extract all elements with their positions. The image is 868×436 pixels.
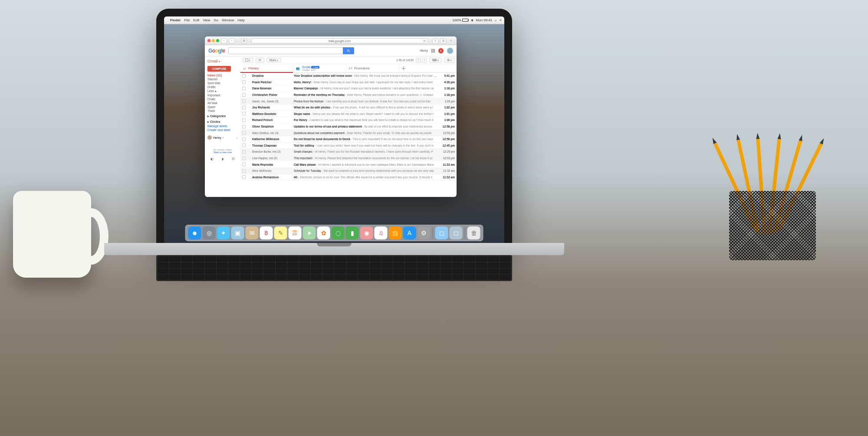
sidebar-item[interactable]: Sent Mail xyxy=(207,81,239,85)
hangouts-contacts-icon[interactable]: ◐ xyxy=(210,157,214,161)
refresh-button[interactable]: ⟳ xyxy=(256,58,264,63)
sidebar-item[interactable]: ▸ Categories xyxy=(207,114,239,118)
dock-maps-icon[interactable]: ➤ xyxy=(303,226,316,239)
wifi-icon[interactable]: ◈ xyxy=(471,18,473,22)
email-row[interactable]: ☆Oliver SingletonUpdates to our terms of… xyxy=(240,124,457,130)
star-icon[interactable]: ☆ xyxy=(247,175,250,179)
email-row[interactable]: ☆Brandon Burke, me (2)Small changes - Hi… xyxy=(240,149,457,155)
star-icon[interactable]: ☆ xyxy=(247,144,250,148)
dock-calendar-icon[interactable]: 8 xyxy=(260,226,273,239)
share-button[interactable]: ⇪ xyxy=(432,38,438,43)
email-row[interactable]: ☆Dana NewmanBanner Campaign - Hi Henry, … xyxy=(240,85,457,92)
email-row[interactable]: ☆Thomas ChapmanText for editing - I can … xyxy=(240,143,457,149)
email-row[interactable]: ☆Matthew GoodwinSkype name - Henry can y… xyxy=(240,111,457,118)
star-icon[interactable]: ☆ xyxy=(247,80,250,84)
email-row[interactable]: ☆Frank FletcherHello, Henry! - Dear Henr… xyxy=(240,79,457,86)
reload-icon[interactable]: ⟳ xyxy=(423,39,426,44)
email-row[interactable]: ☆Richard FrenchFor Henry - I wanted to a… xyxy=(240,117,457,124)
email-checkbox[interactable] xyxy=(242,175,246,179)
email-checkbox[interactable] xyxy=(242,131,246,134)
dock-trash-icon[interactable]: 🗑 xyxy=(467,226,480,239)
menubar-window[interactable]: Window xyxy=(222,18,234,22)
menubar-file[interactable]: File xyxy=(184,18,190,22)
sidebar-item[interactable]: Drafts xyxy=(207,85,239,89)
hangouts-chat-icon[interactable]: ◗ xyxy=(222,157,224,161)
email-row[interactable]: ☆Andrew RichardsonHi! - Electronic versi… xyxy=(240,174,457,181)
star-icon[interactable]: ☆ xyxy=(247,112,250,116)
dock-messages-icon[interactable]: ◌ xyxy=(332,226,345,239)
email-row[interactable]: ☆Sarah, me, Sarah (3)Photos from the fes… xyxy=(240,98,457,105)
dock-preview-icon[interactable]: ▣ xyxy=(231,226,244,239)
dock-settings-icon[interactable]: ⚙ xyxy=(418,226,431,239)
dock-photobooth-icon[interactable]: ◉ xyxy=(360,226,373,239)
sidebar-item[interactable]: Manage labels xyxy=(207,124,239,128)
input-tools-button[interactable]: ⌨ ▾ xyxy=(429,58,442,63)
sidebar-item[interactable]: All Mail xyxy=(207,101,239,105)
add-tab-button[interactable]: + xyxy=(399,64,408,72)
dock-app2-icon[interactable]: ◻ xyxy=(450,226,463,239)
sidebar-item[interactable]: Trash xyxy=(207,109,239,113)
sidebar-item[interactable]: Inbox (11) xyxy=(207,73,239,77)
email-checkbox[interactable] xyxy=(242,118,246,122)
star-icon[interactable]: ☆ xyxy=(247,156,250,160)
dock-safari-icon[interactable]: ✦ xyxy=(217,226,230,239)
tabs-button[interactable]: ⧉ xyxy=(440,38,446,43)
sidebar-item[interactable]: Less ▴ xyxy=(207,89,239,93)
email-row[interactable]: ☆Maria ReynoldsCall Mary please - Hi Hen… xyxy=(240,161,457,168)
email-checkbox[interactable] xyxy=(242,169,246,173)
star-icon[interactable]: ☆ xyxy=(247,169,250,173)
dock-reminders-icon[interactable]: ☰ xyxy=(289,226,302,239)
star-icon[interactable]: ☆ xyxy=(247,99,250,103)
window-maximize-button[interactable] xyxy=(216,39,219,42)
battery-indicator[interactable]: 100% xyxy=(452,18,468,22)
sidebar-item[interactable]: Chats xyxy=(207,97,239,101)
star-icon[interactable]: ☆ xyxy=(247,125,250,128)
sidebar-item[interactable]: Starred xyxy=(207,77,239,81)
back-button[interactable]: ‹ xyxy=(221,38,227,43)
start-chat-link[interactable]: Start a new one xyxy=(207,151,239,154)
dock-app1-icon[interactable]: ◻ xyxy=(435,226,448,239)
star-icon[interactable]: ☆ xyxy=(247,74,250,78)
tab-promotions[interactable]: 🏷 Promotions xyxy=(346,64,399,72)
new-tab-button[interactable]: + xyxy=(448,38,454,43)
star-icon[interactable]: ☆ xyxy=(247,118,250,122)
search-input[interactable] xyxy=(228,47,343,54)
email-checkbox[interactable] xyxy=(242,99,246,103)
window-close-button[interactable] xyxy=(207,39,210,42)
star-icon[interactable]: ☆ xyxy=(247,105,250,109)
email-row[interactable]: ☆Joy RichardsWhat do we do with photos -… xyxy=(240,105,457,111)
dock-photos-icon[interactable]: ✿ xyxy=(317,226,330,239)
prev-page-button[interactable]: ‹ xyxy=(416,58,421,63)
next-page-button[interactable]: › xyxy=(422,58,427,63)
menubar-view[interactable]: View xyxy=(203,18,210,22)
menubar-edit[interactable]: Edit xyxy=(193,18,199,22)
email-checkbox[interactable] xyxy=(242,144,246,147)
spotlight-icon[interactable]: ⌕ xyxy=(495,18,497,22)
menubar-app[interactable]: Finder xyxy=(170,18,181,22)
star-icon[interactable]: ☆ xyxy=(247,137,250,141)
email-row[interactable]: ☆Katherine WilkinsonDo not forget to sen… xyxy=(240,136,457,143)
search-button[interactable] xyxy=(343,47,354,54)
notifications-badge[interactable]: 2 xyxy=(438,48,444,53)
email-row[interactable]: ☆Lisa Higgins, me (2)This important! - H… xyxy=(240,155,457,162)
sidebar-toggle-button[interactable]: ▥ xyxy=(241,38,247,43)
star-icon[interactable]: ☆ xyxy=(247,86,250,90)
dock-launchpad-icon[interactable]: ◎ xyxy=(203,226,216,239)
clock[interactable]: Mon 09:41 xyxy=(476,18,493,22)
forward-button[interactable]: › xyxy=(229,38,235,43)
window-minimize-button[interactable] xyxy=(212,39,215,42)
tab-social[interactable]: 👥 Social 1 new Google+ team xyxy=(293,64,346,72)
google-logo[interactable]: Google xyxy=(208,48,225,54)
email-checkbox[interactable] xyxy=(242,80,246,84)
dock-appstore-icon[interactable]: A xyxy=(403,226,416,239)
dock-mail-icon[interactable]: ✉ xyxy=(246,226,259,239)
notification-center-icon[interactable]: ≡ xyxy=(500,18,502,22)
dock-finder-icon[interactable]: ☻ xyxy=(188,226,201,239)
email-row[interactable]: ☆Alice McKinneySchedule for Tuesday - We… xyxy=(240,168,457,174)
menubar-go[interactable]: Go xyxy=(214,18,218,22)
dock-facetime-icon[interactable]: ▮ xyxy=(346,226,359,239)
dock-itunes-icon[interactable]: ♫ xyxy=(375,226,388,239)
settings-button[interactable]: ⚙ ▾ xyxy=(444,58,455,63)
user-avatar[interactable] xyxy=(447,48,453,54)
tab-primary[interactable]: ▭ Primary xyxy=(240,64,293,72)
